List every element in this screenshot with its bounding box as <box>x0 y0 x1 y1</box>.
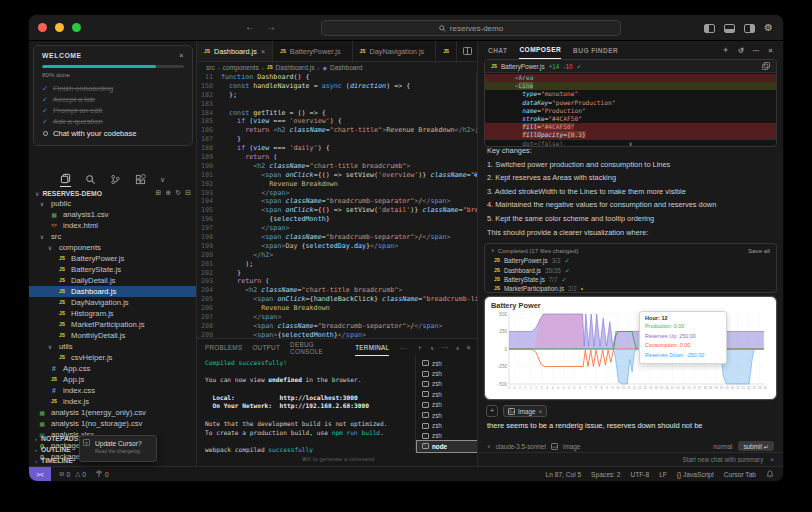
composer-tab[interactable]: CHAT <box>488 41 507 59</box>
forward-arrow-icon[interactable]: → <box>266 22 276 32</box>
terminal-session[interactable]: ›_ node <box>417 441 478 451</box>
close-panel-icon[interactable]: × <box>467 344 471 351</box>
remote-indicator[interactable]: >< <box>29 467 51 481</box>
status-item[interactable]: Ln 87, Col 5 <box>546 471 582 478</box>
panel-tab[interactable]: OUTPUT <box>252 339 280 356</box>
breadcrumb-item[interactable]: Dashboard.js <box>276 64 315 71</box>
terminal-session[interactable]: ›_ zsh <box>417 400 478 410</box>
editor-tab[interactable]: JS DayNavigation.js <box>353 41 437 61</box>
tree-item[interactable]: JS DailyDetail.js <box>29 275 196 286</box>
tree-item[interactable]: JS BatteryState.js <box>29 264 196 275</box>
terminal-session[interactable]: ›_ zsh <box>417 420 478 430</box>
diff-file-name[interactable]: BatteryPower.js <box>501 63 545 70</box>
onboarding-step-done[interactable]: ✓ Accept a tab <box>42 94 184 105</box>
back-arrow-icon[interactable]: ← <box>245 22 255 32</box>
terminal-session[interactable]: ›_ zsh <box>417 368 478 378</box>
new-terminal-icon[interactable]: ＋ <box>416 343 423 353</box>
breadcrumb-item[interactable]: Dashboard <box>330 64 362 71</box>
terminal-session[interactable]: ›_ zsh <box>417 410 478 420</box>
chevron-down-icon[interactable]: ∨ <box>430 345 434 351</box>
completed-header[interactable]: Completed (17 files changed) <box>498 247 579 254</box>
save-all-button[interactable]: Save all <box>748 247 770 254</box>
toggle-panel-icon[interactable] <box>724 24 735 33</box>
settings-gear-icon[interactable]: ⚙ <box>764 23 773 33</box>
tree-item[interactable]: JS index.js <box>29 396 196 407</box>
terminal-session[interactable]: ›_ zsh <box>417 358 478 368</box>
tree-item[interactable]: JS MarketParticipation.js <box>29 319 196 330</box>
panel-tab[interactable]: ⋯ <box>399 339 406 356</box>
explorer-header[interactable]: ∨ RESERVES-DEMO ⊞ ⊕ ↻ ⊟ <box>35 188 191 198</box>
chat-input[interactable]: there seems to be a renderig issue, rese… <box>487 421 774 430</box>
new-chat-icon[interactable]: ＋ <box>722 45 730 55</box>
add-attachment-button[interactable]: + <box>486 405 498 417</box>
submit-button[interactable]: submit ↵ <box>738 441 774 451</box>
chevron-down-icon[interactable]: ∨ <box>491 247 495 253</box>
tree-item[interactable]: <> index.html <box>29 220 196 231</box>
start-new-chat-link[interactable]: Start new chat with summary <box>682 456 763 463</box>
close-window-button[interactable] <box>38 23 47 32</box>
tree-item[interactable]: ∨ src <box>29 231 196 242</box>
terminal-session[interactable]: ›_ zsh <box>417 389 478 399</box>
model-selector[interactable]: claude-3.5-sonnet <box>496 443 546 450</box>
history-icon[interactable]: ↺ <box>738 46 745 55</box>
image-attachment-chip[interactable]: Image × <box>503 405 547 417</box>
tree-item[interactable]: # index.css <box>29 385 196 396</box>
close-icon[interactable]: × <box>83 439 90 446</box>
status-item[interactable]: LF <box>659 471 667 478</box>
tree-item[interactable]: JS Histogram.js <box>29 308 196 319</box>
tree-item[interactable]: JS DayNavigation.js <box>29 297 196 308</box>
chevron-down-icon[interactable]: ∨ <box>160 176 165 184</box>
close-tab-icon[interactable]: × <box>261 48 265 55</box>
onboarding-step-done[interactable]: ✓ Prompt an edit <box>42 105 184 116</box>
tree-item[interactable]: ∨ public <box>29 198 196 209</box>
terminal-output[interactable]: Compiled successfully!You can now view u… <box>197 356 415 453</box>
tree-item[interactable]: ▦ analysis 1(energy_only).csv <box>29 407 196 418</box>
problems-indicator[interactable]: ⊘0 △0 <box>59 470 86 478</box>
panel-tab[interactable]: PROBLEMS <box>205 339 242 356</box>
changed-file-row[interactable]: JS BatteryPower.js 3/3 ✓ <box>485 256 776 265</box>
toggle-primary-sidebar-icon[interactable] <box>704 24 715 33</box>
more-actions-icon[interactable]: ⋯ <box>752 46 760 55</box>
panel-tab[interactable]: DEBUG CONSOLE <box>290 339 345 356</box>
maximize-window-button[interactable] <box>72 23 81 32</box>
tree-item[interactable]: ▦ analysis1.csv <box>29 209 196 220</box>
status-item[interactable]: Spaces: 2 <box>591 471 620 478</box>
composer-tab[interactable]: COMPOSER <box>519 41 561 59</box>
collapse-all-icon[interactable]: ⊟ <box>185 189 191 197</box>
command-center-search[interactable]: reserves-demo <box>321 20 621 36</box>
editor-tab[interactable]: JS Dashboard.js × <box>197 41 273 61</box>
minimize-window-button[interactable] <box>55 23 64 32</box>
onboarding-step-done[interactable]: ✓ Finish onboarding <box>42 83 184 94</box>
maximize-panel-icon[interactable]: ∧ <box>456 345 460 351</box>
source-control-icon[interactable] <box>110 174 121 185</box>
status-item[interactable]: Cursor Tab <box>724 471 756 478</box>
changed-file-row[interactable]: JS BatteryState.js 7/7 ✓ <box>485 275 776 284</box>
attached-image-preview[interactable]: Battery Power 5002500-250-50000112233445… <box>484 296 777 400</box>
new-folder-icon[interactable]: ⊕ <box>165 189 171 197</box>
new-file-icon[interactable]: ⊞ <box>156 189 162 197</box>
panel-tab[interactable]: TERMINAL <box>355 339 389 356</box>
breadcrumb-item[interactable]: src <box>206 64 215 71</box>
composer-tab[interactable]: BUG FINDER <box>573 41 618 59</box>
extensions-icon[interactable] <box>135 174 146 185</box>
remove-attachment-icon[interactable]: × <box>539 408 543 415</box>
close-icon[interactable]: × <box>179 52 184 59</box>
open-file-icon[interactable] <box>762 62 770 70</box>
refresh-icon[interactable]: ↻ <box>175 189 181 197</box>
tree-item[interactable]: JS csvHelper.js <box>29 352 196 363</box>
tree-item[interactable]: ∨ components <box>29 242 196 253</box>
tree-item[interactable]: # App.css <box>29 363 196 374</box>
tree-item[interactable]: JS Dashboard.js <box>29 286 196 297</box>
editor-tab[interactable]: JS BatteryPower.js <box>273 41 353 61</box>
toggle-secondary-sidebar-icon[interactable] <box>744 24 755 33</box>
diff-code[interactable]: <Area <Line type="monotone" dataKey="pow… <box>485 73 776 147</box>
search-icon[interactable] <box>85 174 96 185</box>
image-toggle[interactable]: image <box>563 443 580 450</box>
changed-file-row[interactable]: JS MarketParticipation.js 2/2 • <box>485 284 776 293</box>
split-editor-icon[interactable] <box>463 47 472 55</box>
bell-icon[interactable] <box>766 470 774 478</box>
close-panel-icon[interactable]: × <box>768 46 773 55</box>
explorer-icon[interactable] <box>60 173 71 187</box>
more-actions-icon[interactable]: ⋯ <box>441 344 448 352</box>
changed-file-row[interactable]: JS Dashboard.js 35/35 ✓ <box>485 265 776 274</box>
